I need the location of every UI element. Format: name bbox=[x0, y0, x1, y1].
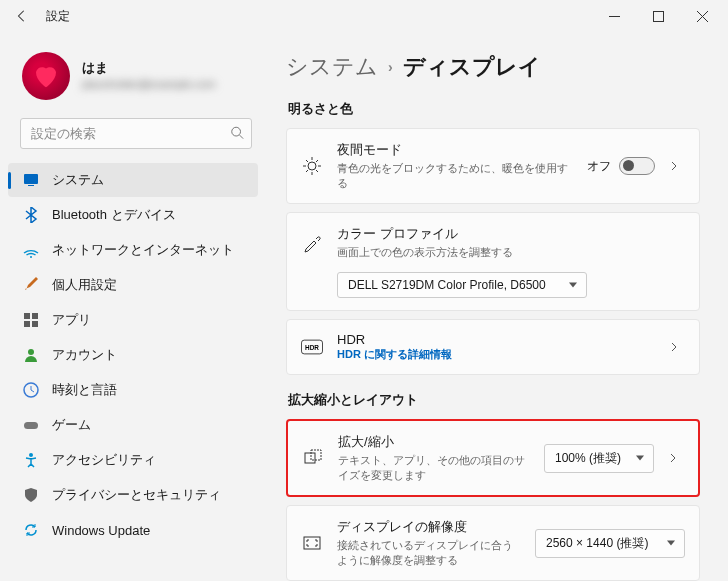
hdr-icon: HDR bbox=[301, 336, 323, 358]
sidebar-item-apps[interactable]: アプリ bbox=[8, 303, 258, 337]
profile-block[interactable]: はま placeholder@example.com bbox=[8, 44, 258, 114]
close-button[interactable] bbox=[680, 2, 724, 30]
network-icon bbox=[22, 241, 40, 259]
sidebar-item-label: アプリ bbox=[52, 311, 91, 329]
svg-rect-17 bbox=[311, 450, 321, 460]
section-scale: 拡大縮小とレイアウト bbox=[288, 391, 700, 409]
svg-rect-0 bbox=[653, 11, 663, 21]
resolution-title: ディスプレイの解像度 bbox=[337, 518, 521, 536]
resolution-icon bbox=[301, 532, 323, 554]
search-icon bbox=[230, 125, 244, 142]
night-light-icon bbox=[301, 155, 323, 177]
arrow-left-icon bbox=[15, 9, 29, 23]
svg-rect-16 bbox=[305, 453, 315, 463]
apps-icon bbox=[22, 311, 40, 329]
svg-rect-18 bbox=[304, 537, 320, 549]
svg-rect-3 bbox=[28, 185, 34, 186]
sidebar-item-privacy[interactable]: プライバシーとセキュリティ bbox=[8, 478, 258, 512]
svg-rect-8 bbox=[32, 321, 38, 327]
svg-rect-2 bbox=[24, 174, 38, 184]
svg-rect-7 bbox=[24, 321, 30, 327]
color-profile-card: カラー プロファイル 画面上での色の表示方法を調整する DELL S2719DM… bbox=[286, 212, 700, 311]
scale-desc: テキスト、アプリ、その他の項目のサイズを変更します bbox=[338, 453, 530, 483]
svg-point-13 bbox=[308, 162, 316, 170]
search-input[interactable] bbox=[20, 118, 252, 149]
back-button[interactable] bbox=[8, 2, 36, 30]
resolution-card: ディスプレイの解像度 接続されているディスプレイに合うように解像度を調整する 2… bbox=[286, 505, 700, 581]
heart-icon bbox=[31, 61, 61, 91]
hdr-link[interactable]: HDR に関する詳細情報 bbox=[337, 347, 655, 362]
sidebar-item-label: プライバシーとセキュリティ bbox=[52, 486, 221, 504]
chevron-right-icon[interactable] bbox=[669, 159, 685, 174]
svg-rect-5 bbox=[24, 313, 30, 319]
window-title: 設定 bbox=[46, 8, 70, 25]
shield-icon bbox=[22, 486, 40, 504]
maximize-icon bbox=[653, 11, 664, 22]
sidebar-item-gaming[interactable]: ゲーム bbox=[8, 408, 258, 442]
night-light-state: オフ bbox=[587, 158, 611, 175]
chevron-right-icon[interactable] bbox=[668, 451, 684, 466]
breadcrumb-parent[interactable]: システム bbox=[286, 52, 378, 82]
chevron-right-icon: › bbox=[388, 59, 393, 75]
maximize-button[interactable] bbox=[636, 2, 680, 30]
clock-icon bbox=[22, 381, 40, 399]
sidebar-item-system[interactable]: システム bbox=[8, 163, 258, 197]
svg-point-9 bbox=[28, 349, 34, 355]
sidebar-item-label: Bluetooth とデバイス bbox=[52, 206, 176, 224]
sidebar-item-update[interactable]: Windows Update bbox=[8, 513, 258, 547]
hdr-title: HDR bbox=[337, 332, 655, 347]
scale-select[interactable]: 100% (推奨) bbox=[544, 444, 654, 473]
night-light-card[interactable]: 夜間モード 青色の光をブロックするために、暖色を使用する オフ bbox=[286, 128, 700, 204]
accessibility-icon bbox=[22, 451, 40, 469]
sidebar-item-network[interactable]: ネットワークとインターネット bbox=[8, 233, 258, 267]
scale-title: 拡大/縮小 bbox=[338, 433, 530, 451]
sidebar-item-label: Windows Update bbox=[52, 523, 150, 538]
profile-email: placeholder@example.com bbox=[82, 77, 215, 91]
scale-icon bbox=[302, 447, 324, 469]
sidebar-item-label: ネットワークとインターネット bbox=[52, 241, 234, 259]
section-brightness: 明るさと色 bbox=[288, 100, 700, 118]
close-icon bbox=[697, 11, 708, 22]
svg-text:HDR: HDR bbox=[305, 344, 319, 351]
scale-card[interactable]: 拡大/縮小 テキスト、アプリ、その他の項目のサイズを変更します 100% (推奨… bbox=[286, 419, 700, 497]
hdr-card[interactable]: HDR HDR HDR に関する詳細情報 bbox=[286, 319, 700, 375]
bluetooth-icon bbox=[22, 206, 40, 224]
sidebar-item-label: 個人用設定 bbox=[52, 276, 117, 294]
brush-icon bbox=[22, 276, 40, 294]
color-profile-select[interactable]: DELL S2719DM Color Profile, D6500 bbox=[337, 272, 587, 298]
profile-name: はま bbox=[82, 60, 215, 77]
breadcrumb: システム › ディスプレイ bbox=[286, 52, 700, 82]
sidebar-item-time[interactable]: 時刻と言語 bbox=[8, 373, 258, 407]
minimize-icon bbox=[609, 11, 620, 22]
account-icon bbox=[22, 346, 40, 364]
sidebar-item-label: アカウント bbox=[52, 346, 117, 364]
minimize-button[interactable] bbox=[592, 2, 636, 30]
chevron-right-icon[interactable] bbox=[669, 340, 685, 355]
sidebar-item-label: アクセシビリティ bbox=[52, 451, 156, 469]
sidebar-item-bluetooth[interactable]: Bluetooth とデバイス bbox=[8, 198, 258, 232]
resolution-select[interactable]: 2560 × 1440 (推奨) bbox=[535, 529, 685, 558]
avatar bbox=[22, 52, 70, 100]
sidebar-item-label: 時刻と言語 bbox=[52, 381, 117, 399]
svg-rect-6 bbox=[32, 313, 38, 319]
color-profile-desc: 画面上での色の表示方法を調整する bbox=[337, 245, 685, 260]
sidebar-item-label: システム bbox=[52, 171, 104, 189]
sidebar-item-accessibility[interactable]: アクセシビリティ bbox=[8, 443, 258, 477]
svg-rect-11 bbox=[24, 422, 38, 429]
sidebar-item-accounts[interactable]: アカウント bbox=[8, 338, 258, 372]
night-light-title: 夜間モード bbox=[337, 141, 573, 159]
gaming-icon bbox=[22, 416, 40, 434]
night-light-toggle[interactable] bbox=[619, 157, 655, 175]
svg-point-1 bbox=[232, 127, 241, 136]
sidebar-item-personalization[interactable]: 個人用設定 bbox=[8, 268, 258, 302]
breadcrumb-current: ディスプレイ bbox=[403, 52, 541, 82]
sidebar-item-label: ゲーム bbox=[52, 416, 91, 434]
color-profile-title: カラー プロファイル bbox=[337, 225, 685, 243]
resolution-desc: 接続されているディスプレイに合うように解像度を調整する bbox=[337, 538, 521, 568]
eyedropper-icon bbox=[301, 232, 323, 254]
svg-point-12 bbox=[29, 453, 33, 457]
update-icon bbox=[22, 521, 40, 539]
svg-point-4 bbox=[30, 256, 32, 258]
system-icon bbox=[22, 171, 40, 189]
night-light-desc: 青色の光をブロックするために、暖色を使用する bbox=[337, 161, 573, 191]
